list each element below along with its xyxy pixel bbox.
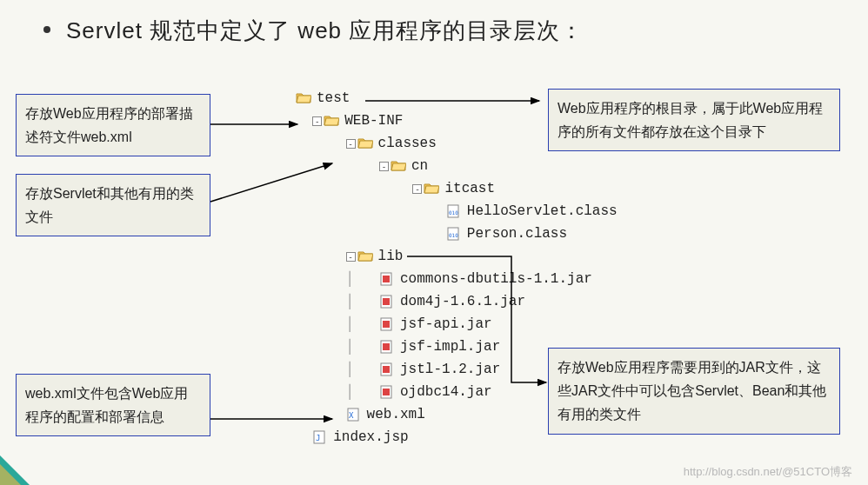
jar-file-icon xyxy=(379,362,395,376)
svg-rect-11 xyxy=(383,343,390,350)
svg-text:X: X xyxy=(349,411,354,420)
bullet-icon xyxy=(43,26,50,33)
jsp-file-icon: J xyxy=(312,430,328,444)
node-label: jstl-1.2.jar xyxy=(400,362,500,377)
jar-file-icon xyxy=(379,340,395,354)
node-label: Person.class xyxy=(467,226,567,242)
tree-node-classes: - classes xyxy=(296,132,618,155)
svg-rect-7 xyxy=(383,298,390,305)
jar-file-icon xyxy=(379,272,395,286)
jar-file-icon xyxy=(379,295,395,309)
node-label: cn xyxy=(411,158,428,174)
node-label: lib xyxy=(378,249,404,264)
node-label: jsf-api.jar xyxy=(400,316,492,332)
tree-node-jar5: │ jstl-1.2.jar xyxy=(296,358,618,381)
tree-node-webinf: - WEB-INF xyxy=(296,110,618,132)
folder-open-icon xyxy=(391,159,406,173)
callout-webxml-desc: 存放Web应用程序的部署描述符文件web.xml xyxy=(16,94,210,156)
node-label: dom4j-1.6.1.jar xyxy=(400,294,525,309)
svg-text:J: J xyxy=(316,434,320,442)
callout-text: 存放Web应用程序的部署描述符文件web.xml xyxy=(25,106,193,144)
expander-icon: - xyxy=(346,139,356,149)
folder-open-icon xyxy=(357,136,373,150)
svg-text:010: 010 xyxy=(449,209,458,216)
callout-webxml-config: web.xml文件包含Web应用程序的配置和部署信息 xyxy=(16,374,210,436)
svg-text:010: 010 xyxy=(449,232,458,238)
tree-node-jar6: │ ojdbc14.jar xyxy=(296,381,618,403)
node-label: test xyxy=(317,90,350,106)
node-label: WEB-INF xyxy=(344,113,403,129)
node-label: commons-dbutils-1.1.jar xyxy=(400,271,592,287)
expander-icon: - xyxy=(312,116,322,126)
svg-rect-5 xyxy=(383,276,390,282)
folder-open-icon xyxy=(424,182,439,196)
callout-text: web.xml文件包含Web应用程序的配置和部署信息 xyxy=(25,386,188,424)
folder-open-icon xyxy=(296,91,311,105)
jar-file-icon xyxy=(379,317,395,331)
tree-node-test: test xyxy=(296,87,618,110)
expander-icon: - xyxy=(412,184,422,194)
watermark: http://blog.csdn.net/@51CTO博客 xyxy=(684,464,852,480)
watermark-text: http://blog.csdn.net/@51CTO博客 xyxy=(684,465,852,478)
tree-node-webxml: X web.xml xyxy=(296,403,618,426)
tree-node-jar1: │ commons-dbutils-1.1.jar xyxy=(296,268,618,290)
class-file-icon: 010 xyxy=(446,204,462,218)
svg-rect-15 xyxy=(383,389,390,395)
node-label: jsf-impl.jar xyxy=(400,339,500,355)
page-title: Servlet 规范中定义了 web 应用程序的目录层次： xyxy=(43,16,584,46)
folder-open-icon xyxy=(324,114,339,128)
jar-file-icon xyxy=(379,385,395,399)
svg-rect-13 xyxy=(383,366,390,373)
tree-node-person: 010 Person.class xyxy=(296,223,618,245)
arrow-c1-to-webinf xyxy=(210,120,306,129)
tree-node-jar4: │ jsf-impl.jar xyxy=(296,336,618,358)
tree-node-jar2: │ dom4j-1.6.1.jar xyxy=(296,290,618,313)
tree-node-hello: 010 HelloServlet.class xyxy=(296,200,618,223)
tree-node-itcast: - itcast xyxy=(296,177,618,200)
node-label: HelloServlet.class xyxy=(467,203,618,219)
tree-node-jar3: │ jsf-api.jar xyxy=(296,313,618,336)
directory-tree: test - WEB-INF - classes - cn - itcast 0… xyxy=(296,87,618,448)
node-label: ojdbc14.jar xyxy=(400,384,492,400)
tree-node-cn: - cn xyxy=(296,155,618,177)
folder-open-icon xyxy=(357,249,373,263)
svg-rect-9 xyxy=(383,321,390,328)
callout-classes-desc: 存放Servlet和其他有用的类文件 xyxy=(16,174,210,236)
expander-icon: - xyxy=(379,162,389,171)
class-file-icon: 010 xyxy=(446,227,462,241)
tree-node-lib: - lib xyxy=(296,245,618,268)
title-text: Servlet 规范中定义了 web 应用程序的目录层次： xyxy=(66,17,584,43)
node-label: classes xyxy=(378,136,437,151)
corner-decoration-2 xyxy=(0,464,21,485)
node-label: itcast xyxy=(444,181,495,196)
expander-icon: - xyxy=(346,252,356,262)
node-label: web.xml xyxy=(367,407,425,422)
node-label: index.jsp xyxy=(333,429,408,445)
callout-text: 存放Servlet和其他有用的类文件 xyxy=(25,186,194,224)
xml-file-icon: X xyxy=(346,408,362,422)
tree-node-index: J index.jsp xyxy=(296,426,618,448)
